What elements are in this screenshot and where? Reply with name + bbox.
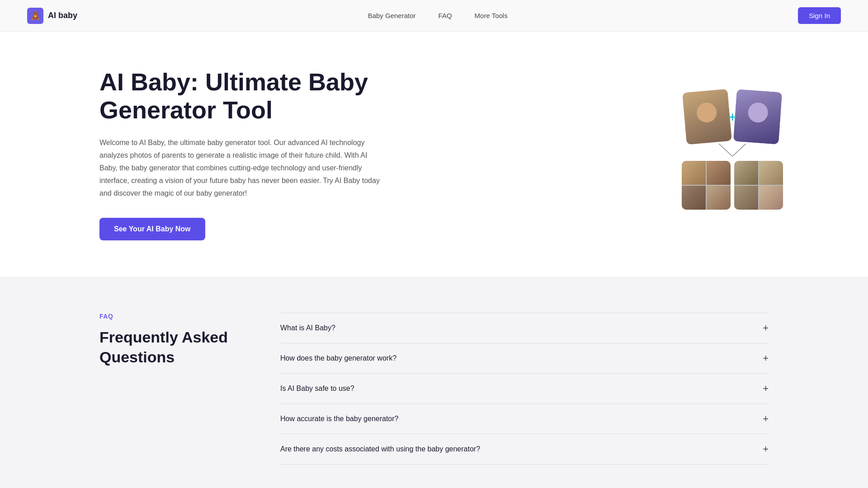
faq-item-1[interactable]: What is AI Baby? + [280,313,769,343]
faq-item-3[interactable]: Is AI Baby safe to use? + [280,374,769,404]
parent1-photo [682,89,732,145]
nav-baby-generator[interactable]: Baby Generator [368,12,416,19]
logo-avatar: 🧸 [27,8,43,24]
faq-plus-icon-2: + [763,352,769,364]
plus-icon: + [728,109,737,125]
faq-left-panel: FAQ Frequently Asked Questions [99,313,244,465]
faq-item-4[interactable]: How accurate is the baby generator? + [280,404,769,434]
baby-photos-row [678,161,787,210]
faq-item-2[interactable]: How does the baby generator work? + [280,343,769,374]
baby-grid-1 [682,161,731,210]
navbar: 🧸 AI baby Baby Generator FAQ More Tools … [0,0,868,32]
faq-label: FAQ [99,313,244,320]
hero-collage: + [678,91,787,217]
logo-link[interactable]: 🧸 AI baby [27,8,77,24]
faq-question-4: How accurate is the baby generator? [280,415,398,423]
faq-plus-icon-5: + [763,443,769,455]
signin-button[interactable]: Sign In [798,7,841,24]
hero-title: AI Baby: Ultimate Baby Generator Tool [99,68,380,124]
faq-plus-icon-1: + [763,322,769,334]
cta-button[interactable]: See Your AI Baby Now [99,218,205,240]
collage-connector [678,144,787,157]
faq-plus-icon-4: + [763,413,769,425]
nav-faq[interactable]: FAQ [439,12,452,19]
nav-links: Baby Generator FAQ More Tools [368,12,508,19]
baby-grid-2 [734,161,783,210]
svg-line-0 [719,144,732,156]
faq-item-5[interactable]: Are there any costs associated with usin… [280,434,769,465]
hero-description: Welcome to AI Baby, the ultimate baby ge… [99,136,380,200]
hero-content: AI Baby: Ultimate Baby Generator Tool We… [99,68,380,240]
faq-question-5: Are there any costs associated with usin… [280,445,480,453]
faq-question-2: How does the baby generator work? [280,354,396,362]
faq-title: Frequently Asked Questions [99,327,244,367]
faq-question-1: What is AI Baby? [280,324,335,332]
faq-section: FAQ Frequently Asked Questions What is A… [0,277,868,488]
svg-line-1 [732,144,746,156]
parent2-photo [733,89,782,145]
faq-plus-icon-3: + [763,383,769,394]
faq-list: What is AI Baby? + How does the baby gen… [280,313,769,465]
nav-more-tools[interactable]: More Tools [475,12,508,19]
hero-section: AI Baby: Ultimate Baby Generator Tool We… [0,32,868,277]
faq-question-3: Is AI Baby safe to use? [280,385,354,393]
logo-text: AI baby [48,11,77,20]
connector-svg [705,144,760,157]
